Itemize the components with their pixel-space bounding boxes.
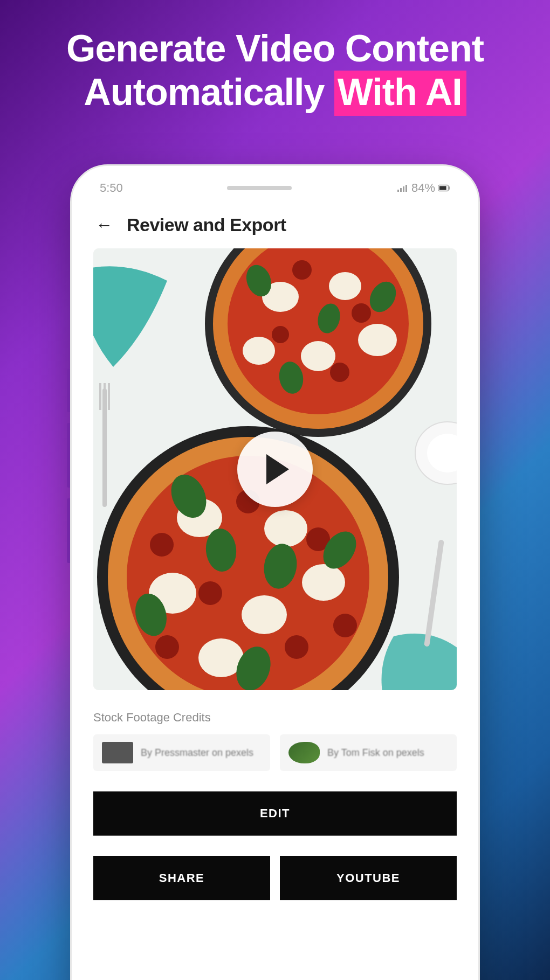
svg-point-19 xyxy=(358,324,397,356)
credit-text: By Pressmaster on pexels xyxy=(141,747,253,759)
credit-thumbnail xyxy=(288,742,320,763)
svg-point-24 xyxy=(272,326,289,343)
credit-card[interactable]: By Tom Fisk on pexels xyxy=(280,734,457,771)
headline-highlight: With AI xyxy=(334,71,466,116)
svg-point-39 xyxy=(198,581,222,605)
back-icon[interactable]: ← xyxy=(95,215,113,235)
svg-point-34 xyxy=(302,564,345,601)
share-button[interactable]: SHARE xyxy=(93,856,270,900)
credits-row: By Pressmaster on pexels By Tom Fisk on … xyxy=(93,734,457,771)
svg-rect-5 xyxy=(99,383,101,410)
headline-line-2: Automatically With AI xyxy=(0,71,550,116)
page-title: Review and Export xyxy=(127,214,286,235)
svg-rect-6 xyxy=(104,383,106,410)
svg-point-25 xyxy=(330,363,349,382)
app-header: ← Review and Export xyxy=(93,200,457,248)
play-button[interactable] xyxy=(237,432,313,507)
svg-point-21 xyxy=(243,337,275,365)
play-icon xyxy=(266,454,289,484)
phone-mockup: 5:50 84% ← Review and Export xyxy=(70,164,480,980)
status-bar: 5:50 84% xyxy=(93,181,457,200)
svg-point-23 xyxy=(352,303,371,323)
marketing-headline: Generate Video Content Automatically Wit… xyxy=(0,0,550,116)
svg-point-41 xyxy=(155,635,179,659)
status-battery-text: 84% xyxy=(411,181,435,195)
battery-icon xyxy=(438,184,450,192)
video-preview[interactable] xyxy=(93,248,457,690)
headline-line-1: Generate Video Content xyxy=(0,27,550,71)
credit-text: By Tom Fisk on pexels xyxy=(327,747,424,759)
signal-icon xyxy=(396,184,408,192)
svg-point-33 xyxy=(242,595,287,634)
button-row-primary: EDIT xyxy=(93,791,457,836)
credit-card[interactable]: By Pressmaster on pexels xyxy=(93,734,270,771)
credit-thumbnail xyxy=(102,742,133,763)
svg-point-22 xyxy=(292,260,312,280)
svg-point-31 xyxy=(264,510,307,547)
status-time: 5:50 xyxy=(100,181,123,195)
credits-section-label: Stock Footage Credits xyxy=(93,711,457,725)
svg-rect-1 xyxy=(439,186,446,190)
status-right: 84% xyxy=(396,181,450,195)
svg-point-36 xyxy=(150,533,174,557)
phone-screen: 5:50 84% ← Review and Export xyxy=(72,166,478,980)
edit-button[interactable]: EDIT xyxy=(93,791,457,836)
phone-frame: 5:50 84% ← Review and Export xyxy=(70,164,480,980)
svg-point-18 xyxy=(329,272,361,300)
svg-point-42 xyxy=(333,614,357,637)
svg-point-20 xyxy=(301,341,335,371)
svg-point-40 xyxy=(285,635,308,659)
youtube-button[interactable]: YOUTUBE xyxy=(280,856,457,900)
button-row-secondary: SHARE YOUTUBE xyxy=(93,856,457,900)
svg-rect-2 xyxy=(449,186,450,190)
svg-rect-7 xyxy=(108,383,110,410)
status-notch xyxy=(227,186,292,190)
